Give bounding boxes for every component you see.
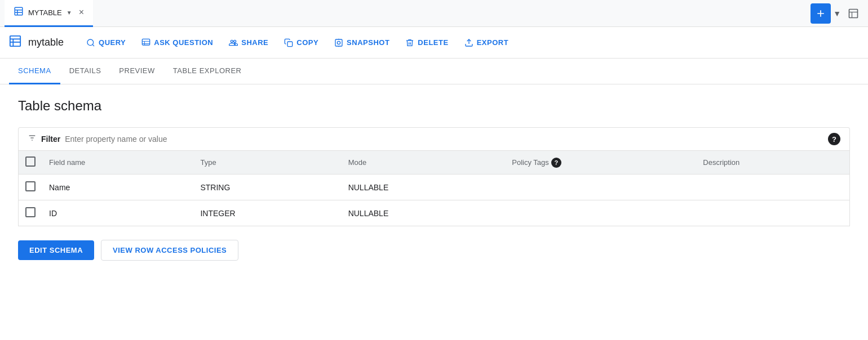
svg-rect-4 <box>849 9 858 17</box>
tab-preview[interactable]: PREVIEW <box>110 59 163 84</box>
svg-point-11 <box>87 39 94 46</box>
row1-mode: NULLABLE <box>342 175 506 200</box>
tab-schema[interactable]: SCHEMA <box>9 59 60 84</box>
bottom-actions: EDIT SCHEMA VIEW ROW ACCESS POLICIES <box>18 240 850 261</box>
schema-section-title: Table schema <box>18 98 850 114</box>
export-button[interactable]: EXPORT <box>458 33 515 53</box>
add-tab-button[interactable] <box>811 3 831 24</box>
tab-close-icon[interactable]: × <box>79 7 84 17</box>
edit-schema-button[interactable]: EDIT SCHEMA <box>18 240 94 260</box>
sub-tab-bar: SCHEMA DETAILS PREVIEW TABLE EXPLORER <box>0 59 868 84</box>
copy-button[interactable]: COPY <box>277 33 325 53</box>
th-field-name: Field name <box>42 151 193 175</box>
row2-policy-tags <box>505 200 696 226</box>
th-policy-tags: Policy Tags ? <box>505 151 696 175</box>
table-row: Name STRING NULLABLE <box>19 175 850 200</box>
top-tab-actions: ▼ <box>811 3 863 24</box>
filter-input[interactable] <box>65 135 840 144</box>
filter-label: Filter <box>41 135 60 144</box>
table-icon <box>14 6 24 19</box>
row2-type: INTEGER <box>193 200 341 226</box>
svg-rect-7 <box>10 35 20 46</box>
row2-description <box>696 200 849 226</box>
delete-label: DELETE <box>418 38 448 47</box>
table-row: ID INTEGER NULLABLE <box>19 200 850 226</box>
row1-field-name: Name <box>42 175 193 200</box>
row1-type: STRING <box>193 175 341 200</box>
th-checkbox <box>19 151 43 175</box>
svg-rect-18 <box>335 39 342 46</box>
query-label: QUERY <box>99 38 126 47</box>
tab-table-explorer[interactable]: TABLE EXPLORER <box>164 59 251 84</box>
svg-point-19 <box>337 41 340 44</box>
snapshot-label: SNAPSHOT <box>347 38 389 47</box>
svg-rect-13 <box>143 39 150 45</box>
select-all-checkbox[interactable] <box>25 156 36 167</box>
ask-question-button[interactable]: ASK QUESTION <box>135 33 220 53</box>
tab-dropdown-icon[interactable]: ▼ <box>67 10 72 16</box>
row2-field-name: ID <box>42 200 193 226</box>
row1-checkbox[interactable] <box>25 181 36 191</box>
row1-checkbox-cell <box>19 175 43 200</box>
ask-question-label: ASK QUESTION <box>154 38 213 47</box>
dropdown-chevron-icon[interactable]: ▼ <box>833 9 841 18</box>
svg-line-12 <box>92 44 94 46</box>
th-mode: Mode <box>342 151 506 175</box>
main-content: Table schema Filter ? Field name Type Mo… <box>0 84 868 274</box>
tab-details[interactable]: DETAILS <box>60 59 110 84</box>
filter-bar: Filter ? <box>18 127 850 150</box>
policy-tags-help-icon[interactable]: ? <box>551 158 561 168</box>
row2-checkbox[interactable] <box>25 207 36 217</box>
th-description: Description <box>696 151 849 175</box>
table-header-row: Field name Type Mode Policy Tags ? Descr… <box>19 151 850 175</box>
tab-title: MYTABLE <box>28 8 62 17</box>
row2-mode: NULLABLE <box>342 200 506 226</box>
view-row-access-button[interactable]: VIEW ROW ACCESS POLICIES <box>101 240 238 261</box>
row2-checkbox-cell <box>19 200 43 226</box>
toolbar-table-icon <box>9 35 21 51</box>
filter-icon <box>28 133 37 145</box>
row1-description <box>696 175 849 200</box>
svg-rect-0 <box>15 7 23 15</box>
panel-icon-button[interactable] <box>843 3 863 24</box>
table-name-label: mytable <box>28 37 64 48</box>
snapshot-button[interactable]: SNAPSHOT <box>327 33 396 53</box>
copy-label: COPY <box>296 38 318 47</box>
share-button[interactable]: SHARE <box>222 33 275 53</box>
export-label: EXPORT <box>477 38 508 47</box>
top-tab-mytable[interactable]: MYTABLE ▼ × <box>5 0 93 27</box>
filter-help-icon[interactable]: ? <box>828 133 840 145</box>
share-label: SHARE <box>241 38 268 47</box>
svg-rect-17 <box>287 42 293 47</box>
delete-button[interactable]: DELETE <box>398 33 455 53</box>
query-button[interactable]: QUERY <box>79 33 132 53</box>
th-type: Type <box>193 151 341 175</box>
main-toolbar: mytable QUERY ASK QUESTION SHARE COPY SN… <box>0 27 868 59</box>
schema-table: Field name Type Mode Policy Tags ? Descr… <box>18 150 850 226</box>
top-tab-bar: MYTABLE ▼ × ▼ <box>0 0 868 27</box>
row1-policy-tags <box>505 175 696 200</box>
